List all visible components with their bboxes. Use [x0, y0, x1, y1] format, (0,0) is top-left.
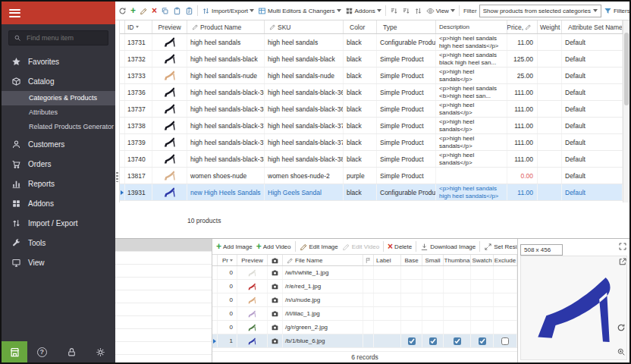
product-row[interactable]: 13931 new High Heels Sandals High Geels … [120, 184, 623, 201]
refresh-preview-icon[interactable] [617, 323, 626, 332]
sidebar-item-tools[interactable]: Tools [2, 233, 115, 253]
bottom-tab[interactable] [115, 303, 212, 316]
column-header-thumbnail[interactable]: Thumbna [444, 255, 471, 265]
product-row[interactable]: 13817 women shoes-nude women shoes-nude-… [120, 168, 623, 184]
swatch-checkbox[interactable] [479, 337, 486, 345]
addons-dropdown[interactable]: Addons [344, 2, 383, 20]
store-button[interactable] [2, 341, 27, 362]
set-resize-rule-button[interactable]: Set Resize Rule [482, 239, 517, 254]
sidebar-item-view[interactable]: View [2, 253, 115, 272]
product-row[interactable]: 13738 high heel sandals-black-37 high he… [120, 118, 623, 134]
edit-video-button[interactable]: Edit Video [341, 239, 381, 254]
edit-product-button[interactable] [138, 2, 149, 20]
thumbnail-checkbox[interactable] [454, 337, 461, 345]
small-checkbox[interactable] [429, 337, 437, 345]
sidebar-item-favorites[interactable]: Favorites [2, 52, 115, 71]
column-header-priority[interactable]: Pr [218, 255, 237, 265]
image-row[interactable]: 0 /r/e/red_1.jpg [212, 280, 517, 293]
bottom-tab[interactable] [115, 252, 212, 265]
column-header-flag[interactable] [363, 255, 374, 265]
collapse-handle[interactable] [116, 172, 118, 182]
image-row[interactable]: 1 /b/1/blue_6.jpg [212, 334, 517, 348]
settings-button[interactable] [86, 341, 115, 362]
sidebar-item-attributes[interactable]: Attributes [2, 105, 115, 120]
image-size-field[interactable]: 508 x 456 [520, 244, 563, 256]
column-header-price[interactable]: Price, [507, 20, 538, 33]
sidebar-item-orders[interactable]: Orders [2, 154, 115, 174]
sidebar-item-reports[interactable]: Reports [2, 174, 115, 193]
product-row[interactable]: 13737 high heel sandals-black-36 high he… [120, 101, 623, 118]
edit-image-button[interactable]: Edit Image [298, 239, 340, 254]
delete-image-button[interactable]: ×Delete [386, 239, 413, 254]
bottom-tab[interactable] [115, 316, 212, 329]
zoom-icon[interactable] [617, 347, 626, 356]
fullscreen-icon[interactable] [618, 242, 627, 251]
scrollbar-thumb[interactable] [624, 33, 629, 105]
multi-editors-dropdown[interactable]: Multi Editors & Changers [256, 2, 342, 20]
image-row[interactable]: 0 /g/r/green_2.jpg [212, 321, 517, 334]
product-row[interactable]: 13736 high heel sandals-black-36 high he… [120, 84, 623, 101]
column-header-label[interactable]: Label [374, 255, 401, 265]
bottom-tab[interactable] [115, 265, 212, 278]
paste-special-button[interactable] [184, 2, 195, 20]
column-header-small[interactable]: Small [422, 255, 444, 265]
delete-product-button[interactable]: × [150, 2, 159, 20]
image-row[interactable]: 0 /l/i/lilac_1.jpg [212, 307, 517, 321]
copy-button[interactable] [159, 2, 171, 20]
bottom-tab[interactable] [115, 278, 212, 290]
menu-search-input[interactable] [25, 33, 103, 42]
grid-collapse-strip[interactable] [115, 20, 120, 202]
column-header-weight[interactable]: Weight [538, 20, 562, 33]
view-dropdown[interactable]: View [425, 2, 457, 20]
sidebar-item-categories-products[interactable]: Categories & Products [2, 91, 115, 105]
bottom-tab[interactable] [115, 290, 212, 303]
sidebar-item-customers[interactable]: Customers [2, 134, 115, 154]
download-image-button[interactable]: Download Image [419, 239, 477, 254]
column-header-product-name[interactable]: Product Name [187, 20, 265, 33]
column-header-swatch[interactable]: Swatch [471, 255, 494, 265]
bottom-tab[interactable] [115, 342, 212, 355]
sidebar-item-addons[interactable]: Addons [2, 193, 115, 213]
product-row[interactable]: 13739 high heel sandals-black-37 high he… [120, 134, 623, 151]
column-header-preview[interactable]: Preview [237, 255, 268, 265]
column-header-sku[interactable]: SKU [265, 20, 344, 33]
image-row[interactable]: 0 /n/u/nude.jpg [212, 293, 517, 307]
exclude-checkbox[interactable] [501, 337, 509, 345]
help-button[interactable]: ? [27, 341, 57, 362]
product-row[interactable]: 13733 high heel sandals-nude high heel s… [120, 67, 623, 84]
hamburger-menu-icon[interactable] [9, 9, 20, 17]
sidebar-item-related-products-generator[interactable]: Related Products Generator [2, 120, 115, 134]
bottom-tab[interactable] [115, 329, 212, 342]
refresh-button[interactable] [117, 2, 128, 20]
category-filter-select[interactable]: Show products from selected categories [479, 5, 601, 17]
column-header-base[interactable]: Base [401, 255, 422, 265]
menu-search[interactable] [8, 30, 108, 46]
import-export-dropdown[interactable]: Import/Export [200, 2, 256, 20]
add-video-button[interactable]: +Add Video [255, 239, 293, 254]
product-row[interactable]: 13740 high heel sandals-black-38 high he… [120, 151, 623, 168]
image-row[interactable]: 0 /w/h/white_1.jpg [212, 266, 517, 280]
bottom-tab[interactable] [115, 239, 212, 252]
group-rows-button[interactable] [413, 2, 424, 20]
add-image-button[interactable]: +Add Image [215, 239, 254, 254]
column-header-id[interactable]: ID [125, 20, 152, 33]
product-row[interactable]: 13731 high heel sandals high heel sandal… [120, 34, 623, 51]
sidebar-item-import-export[interactable]: Import / Export [2, 213, 115, 233]
paste-button[interactable] [171, 2, 183, 20]
lock-button[interactable] [57, 341, 86, 362]
column-header-type[interactable]: Type [377, 20, 436, 33]
column-header-camera[interactable] [268, 255, 283, 265]
column-header-preview[interactable]: Preview [152, 20, 187, 33]
column-header-exclude[interactable]: Exclude [494, 255, 517, 265]
sort-ascending-button[interactable] [388, 2, 400, 20]
filters-dropdown[interactable]: Filters [602, 2, 629, 20]
column-header-description[interactable]: Description [436, 20, 507, 33]
sort-descending-button[interactable] [400, 2, 412, 20]
product-row[interactable]: 13732 high heel sandals-black high heel … [120, 51, 623, 67]
column-header-attribute-set[interactable]: Attribute Set Name [562, 20, 623, 33]
column-header-file-name[interactable]: File Name [283, 255, 363, 265]
base-checkbox[interactable] [408, 337, 416, 345]
column-header-color[interactable]: Color [344, 20, 377, 33]
open-external-icon[interactable] [618, 257, 627, 266]
add-product-button[interactable]: + [129, 2, 137, 20]
